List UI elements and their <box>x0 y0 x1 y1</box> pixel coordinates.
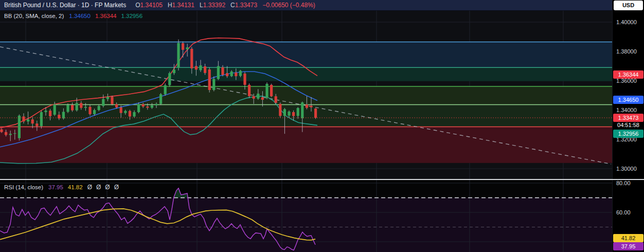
empty-set-icon: Ø <box>96 184 101 191</box>
rsi-axis-label: 60.00 <box>616 209 631 216</box>
rsi-indicator-legend[interactable]: RSI (14, close) 37.95 41.82 Ø Ø Ø Ø <box>4 184 123 191</box>
bb-upper-value: 1.36344 <box>95 13 117 19</box>
price-axis-label: 1.34000 <box>616 106 637 114</box>
empty-set-icon: Ø <box>114 184 119 191</box>
empty-set-icon: Ø <box>105 184 110 191</box>
bb-legend-title: BB (20, SMA, close, 2) <box>4 13 64 19</box>
rsi-ma-value-label: 41.82 <box>68 184 83 190</box>
symbol-title[interactable]: British Pound / U.S. Dollar · 1D · FP Ma… <box>4 2 126 9</box>
ohlc-low: L1.33392 <box>200 2 225 9</box>
ohlc-high: H1.34131 <box>168 2 194 9</box>
bb-lower-value: 1.32956 <box>121 13 142 19</box>
bb-basis-value: 1.34650 <box>69 13 91 19</box>
ohlc-open: O1.34105 <box>135 2 163 9</box>
price-axis-label: 1.38000 <box>616 48 637 55</box>
chart-canvas[interactable] <box>0 0 644 252</box>
bb-upper-price-badge: 1.36344 <box>613 70 643 79</box>
currency-toggle-button[interactable]: USD <box>614 1 643 10</box>
price-axis-label: 1.30000 <box>616 165 637 172</box>
price-axis[interactable]: USD 1.400001.380001.360001.340001.320001… <box>612 0 644 252</box>
bb-indicator-legend[interactable]: BB (20, SMA, close, 2) 1.34650 1.36344 1… <box>4 13 147 19</box>
trading-chart-app: British Pound / U.S. Dollar · 1D · FP Ma… <box>0 0 644 252</box>
price-change: −0.00650 (−0.48%) <box>262 2 315 9</box>
price-axis-label: 1.40000 <box>616 19 637 26</box>
price-zones <box>0 42 612 163</box>
rsi-value-badge: 37.95 <box>613 242 643 250</box>
rsi-value-label: 37.95 <box>48 184 63 190</box>
last-price-countdown-badge: 1.3347304:51:58 <box>613 114 643 122</box>
rsi-axis-label: 80.00 <box>616 179 631 187</box>
ohlc-close: C1.33473 <box>230 2 257 9</box>
empty-set-icon: Ø <box>87 184 92 191</box>
bb-basis-price-badge: 1.34650 <box>613 96 643 104</box>
rsi-ma-value-badge: 41.82 <box>613 234 643 242</box>
rsi-legend-title: RSI (14, close) <box>4 184 43 190</box>
symbol-info-bar: British Pound / U.S. Dollar · 1D · FP Ma… <box>0 0 612 11</box>
bb-lower-price-badge: 1.32956 <box>613 130 643 138</box>
pane-separator[interactable] <box>0 179 644 180</box>
